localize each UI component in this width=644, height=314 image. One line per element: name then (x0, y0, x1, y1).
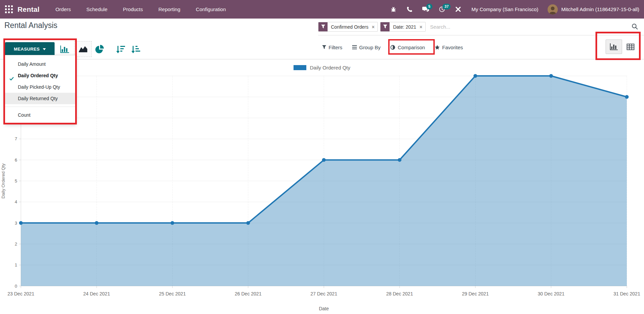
data-point-23-dec-2021[interactable] (19, 221, 23, 225)
grid-apps-icon (5, 5, 13, 13)
filters-button[interactable]: Filters (322, 45, 342, 50)
nav-schedule[interactable]: Schedule (79, 0, 115, 19)
data-point-29-dec-2021[interactable] (473, 74, 477, 78)
pie-chart-mode-button[interactable] (95, 45, 104, 54)
svg-text:30 Dec 2021: 30 Dec 2021 (538, 291, 565, 296)
app-brand[interactable]: Rental (18, 5, 39, 13)
svg-text:7: 7 (15, 136, 17, 141)
svg-text:3: 3 (15, 221, 17, 226)
graph-view-button[interactable] (606, 39, 622, 54)
group-by-icon (352, 45, 357, 49)
measure-option-daily-amount[interactable]: Daily Amount (5, 58, 76, 70)
favorites-button[interactable]: Favorites (435, 45, 463, 50)
search-facets: Confirmed Orders×Date: 2021× (318, 22, 428, 32)
x-axis-title: Date (319, 306, 329, 311)
area-chart-icon (79, 46, 88, 53)
dropdown-divider (5, 107, 76, 107)
messages-icon[interactable]: 5 (422, 6, 429, 13)
svg-text:28 Dec 2021: 28 Dec 2021 (386, 291, 413, 296)
rental-analysis-chart[interactable]: 01234567891023 Dec 202124 Dec 202125 Dec… (0, 74, 644, 314)
search-input[interactable] (430, 24, 508, 30)
y-axis-title: Daily Ordered Qty (1, 163, 6, 199)
measures-button[interactable]: MEASURES (5, 42, 55, 56)
chart-legend[interactable]: Daily Ordered Qty (0, 65, 644, 70)
svg-text:25 Dec 2021: 25 Dec 2021 (159, 291, 186, 296)
data-point-30-dec-2021[interactable] (549, 74, 553, 78)
data-point-24-dec-2021[interactable] (95, 221, 98, 225)
search-facet[interactable]: Date: 2021× (380, 22, 426, 32)
svg-text:23 Dec 2021: 23 Dec 2021 (7, 291, 34, 296)
activities-badge: 37 (442, 4, 451, 9)
facet-funnel-icon (383, 25, 387, 29)
legend-label: Daily Ordered Qty (310, 65, 350, 70)
data-point-27-dec-2021[interactable] (322, 158, 326, 162)
search-icon[interactable] (632, 23, 638, 31)
bar-chart-icon (60, 45, 69, 53)
user-menu[interactable]: Mitchell Admin (11864297-15-0-all) (561, 6, 639, 12)
search-bar[interactable]: Confirmed Orders×Date: 2021× (318, 19, 644, 35)
debug-bug-icon[interactable] (390, 6, 397, 13)
measure-option-daily-returned-qty[interactable]: Daily Returned Qty (5, 93, 76, 104)
control-panel: Rental Analysis Confirmed Orders×Date: 2… (0, 19, 644, 59)
view-switcher (606, 39, 639, 54)
page-title: Rental Analysis (4, 21, 57, 30)
data-point-26-dec-2021[interactable] (246, 221, 250, 225)
legend-swatch (294, 65, 306, 70)
data-point-28-dec-2021[interactable] (398, 158, 401, 162)
measure-option-count[interactable]: Count (5, 109, 76, 121)
bar-chart-view-icon (610, 43, 618, 51)
svg-text:24 Dec 2021: 24 Dec 2021 (83, 291, 110, 296)
svg-text:5: 5 (15, 178, 17, 183)
phone-icon[interactable] (406, 6, 413, 13)
measure-option-daily-picked-up-qty[interactable]: Daily Picked-Up Qty (5, 81, 76, 93)
pie-chart-icon (95, 45, 104, 54)
svg-text:1: 1 (15, 262, 17, 267)
pivot-table-icon (626, 44, 635, 50)
nav-configuration[interactable]: Configuration (188, 0, 234, 19)
top-bar: Rental OrdersScheduleProductsReportingCo… (0, 0, 644, 19)
apps-menu-icon[interactable] (5, 5, 13, 13)
filter-funnel-icon (322, 45, 326, 50)
svg-text:0: 0 (15, 284, 17, 289)
bar-chart-mode-button[interactable] (60, 45, 70, 53)
nav-reporting[interactable]: Reporting (151, 0, 188, 19)
sort-desc-icon (116, 45, 125, 53)
facet-label: Confirmed Orders (328, 22, 372, 31)
line-chart-mode-button-active[interactable] (74, 41, 92, 57)
tools-icon[interactable] (455, 6, 461, 13)
svg-text:4: 4 (15, 199, 17, 204)
facet-label: Date: 2021 (390, 22, 420, 31)
group-by-button[interactable]: Group By (352, 45, 380, 50)
company-switcher[interactable]: My Company (San Francisco) (471, 6, 538, 12)
svg-text:6: 6 (15, 158, 17, 163)
nav-orders[interactable]: Orders (48, 0, 79, 19)
rental-analysis-screen: Rental OrdersScheduleProductsReportingCo… (0, 0, 644, 314)
svg-text:31 Dec 2021: 31 Dec 2021 (613, 291, 640, 296)
star-icon (435, 45, 440, 50)
sort-ascending-button[interactable] (131, 45, 141, 53)
svg-text:2: 2 (15, 241, 17, 247)
user-avatar[interactable] (548, 4, 558, 15)
comparison-button[interactable]: Comparison (390, 45, 425, 50)
facet-remove-icon[interactable]: × (420, 22, 425, 31)
facet-icon (380, 22, 390, 31)
search-facet[interactable]: Confirmed Orders× (318, 22, 378, 32)
data-point-31-dec-2021[interactable] (625, 95, 629, 99)
activities-icon[interactable]: 37 (438, 6, 445, 13)
sort-asc-icon (131, 45, 141, 53)
topbar-right: 5 37 My Company (San Francisco) (385, 0, 644, 19)
pivot-view-button[interactable] (622, 39, 639, 54)
facet-funnel-icon (321, 25, 325, 29)
facet-remove-icon[interactable]: × (372, 22, 377, 31)
chevron-down-icon (43, 48, 46, 50)
svg-text:26 Dec 2021: 26 Dec 2021 (235, 291, 262, 296)
comparison-half-circle-icon (390, 45, 395, 50)
measure-option-daily-ordered-qty[interactable]: Daily Ordered Qty (5, 70, 76, 81)
x-axis: 23 Dec 202124 Dec 202125 Dec 202126 Dec … (7, 286, 640, 296)
messages-badge: 5 (426, 4, 432, 9)
facet-icon (318, 22, 328, 31)
svg-text:29 Dec 2021: 29 Dec 2021 (462, 291, 489, 296)
data-point-25-dec-2021[interactable] (171, 221, 174, 225)
nav-products[interactable]: Products (115, 0, 151, 19)
sort-descending-button[interactable] (116, 45, 126, 53)
